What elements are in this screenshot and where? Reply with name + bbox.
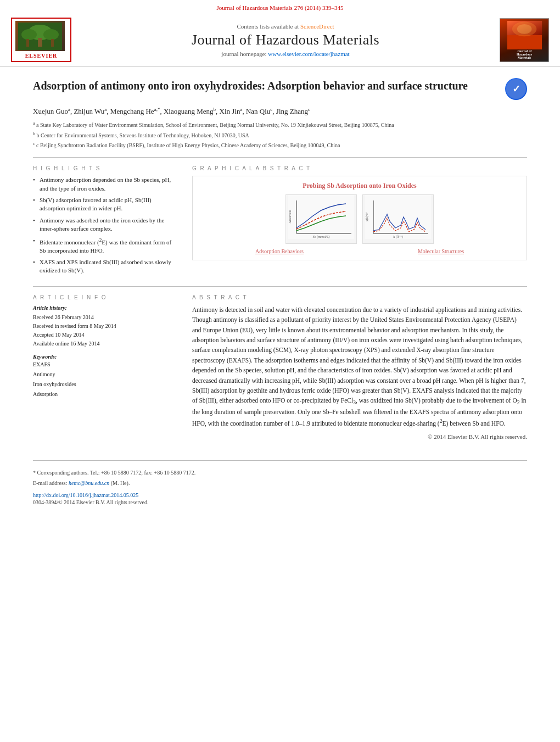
- ga-label-adsorption[interactable]: Adsorption Behaviors: [255, 248, 304, 254]
- author-email[interactable]: hemc@bnu.edu.cn: [69, 480, 109, 486]
- contents-available-text: Contents lists available at ScienceDirec…: [71, 23, 500, 30]
- abstract-text: Antimony is detected in soil and water w…: [192, 305, 527, 442]
- graphical-abstract-heading: G R A P H I C A L A B S T R A C T: [192, 165, 527, 171]
- info-abstract-row: A R T I C L E I N F O Article history: R…: [33, 294, 527, 442]
- highlight-item-2: Sb(V) adsorption favored at acidic pH, S…: [33, 196, 176, 213]
- affiliation-c: c c Beijing Synchrotron Radiation Facili…: [33, 141, 527, 149]
- crossmark-logo[interactable]: ✓: [505, 78, 527, 100]
- top-citation-bar: Journal of Hazardous Materials 276 (2014…: [0, 0, 560, 13]
- svg-rect-6: [51, 39, 54, 47]
- abstract-column: A B S T R A C T Antimony is detected in …: [192, 294, 527, 442]
- graphical-abstract-box: Probing Sb Adsorption onto Iron Oxides: [192, 176, 527, 260]
- highlights-heading: H I G H L I G H T S: [33, 165, 176, 171]
- footer-area: * Corresponding authors. Tel.: +86 10 58…: [33, 460, 527, 511]
- journal-thumb-inner: Journal ofHazardousMaterials: [500, 19, 548, 62]
- ga-labels-row: Adsorption Behaviors Molecular Structure…: [198, 248, 521, 254]
- journal-center-header: Contents lists available at ScienceDirec…: [71, 23, 500, 57]
- authors-line: Xuejun Guoa, Zhijun Wua, Mengchang Hea,*…: [33, 107, 527, 116]
- ga-chart-1: Sb (mmol/L) Adsorbed: [285, 194, 357, 244]
- accepted-date: Accepted 10 May 2014: [33, 331, 176, 339]
- journal-title: Journal of Hazardous Materials: [71, 32, 500, 48]
- affiliation-a: a a State Key Laboratory of Water Enviro…: [33, 120, 527, 129]
- journal-thumbnail: Journal ofHazardousMaterials: [500, 18, 549, 62]
- svg-text:k (Å⁻¹): k (Å⁻¹): [393, 235, 403, 239]
- abstract-paragraph: Antimony is detected in soil and water w…: [192, 305, 527, 429]
- keyword-1: EXAFS: [33, 360, 176, 370]
- adsorption-chart-svg: Sb (mmol/L) Adsorbed: [288, 195, 354, 239]
- received-date: Received 26 February 2014: [33, 313, 176, 322]
- article-info-block: Article history: Received 26 February 20…: [33, 305, 176, 399]
- graphical-abstract-column: G R A P H I C A L A B S T R A C T Probin…: [192, 165, 527, 278]
- svg-rect-5: [26, 39, 29, 47]
- ga-chart-2: k (Å⁻¹) χ(k)·k³: [362, 194, 434, 244]
- available-date: Available online 16 May 2014: [33, 339, 176, 348]
- journal-cover-svg: [501, 21, 548, 49]
- elsevier-tree-svg: [18, 23, 62, 50]
- page-wrapper: Journal of Hazardous Materials 276 (2014…: [0, 0, 560, 511]
- sciencedirect-link[interactable]: ScienceDirect: [300, 23, 334, 30]
- ga-label-molecular[interactable]: Molecular Structures: [418, 248, 464, 254]
- highlights-column: H I G H L I G H T S Antimony adsorption …: [33, 165, 176, 278]
- ga-title: Probing Sb Adsorption onto Iron Oxides: [198, 182, 521, 190]
- svg-rect-2: [38, 38, 42, 47]
- highlight-item-4: Bidentate mononuclear (2E) was the domin…: [33, 237, 176, 255]
- email-note: E-mail address: hemc@bnu.edu.cn (M. He).: [33, 479, 527, 487]
- crossmark-icon: ✓: [505, 78, 527, 100]
- svg-text:✓: ✓: [512, 83, 520, 94]
- highlight-item-5: XAFS and XPS indicated Sb(III) adsorbed …: [33, 258, 176, 275]
- keyword-3: Iron oxyhydroxides: [33, 380, 176, 389]
- abstract-heading: A B S T R A C T: [192, 294, 527, 300]
- elsevier-logo: ELSEVIER: [11, 18, 71, 62]
- journal-header: ELSEVIER Contents lists available at Sci…: [0, 13, 560, 67]
- elsevier-brand-text: ELSEVIER: [15, 53, 67, 59]
- svg-text:Adsorbed: Adsorbed: [288, 211, 292, 224]
- doi-link[interactable]: http://dx.doi.org/10.1016/j.jhazmat.2014…: [33, 492, 138, 498]
- article-title-row: Adsorption of antimony onto iron oxyhydr…: [33, 78, 527, 100]
- keyword-2: Antimony: [33, 370, 176, 380]
- ga-images-row: Sb (mmol/L) Adsorbed: [198, 194, 521, 244]
- article-info-heading: A R T I C L E I N F O: [33, 294, 176, 300]
- affiliations-block: a a State Key Laboratory of Water Enviro…: [33, 120, 527, 149]
- history-label: Article history:: [33, 305, 176, 311]
- elsevier-logo-inner: ELSEVIER: [11, 18, 71, 62]
- divider-1: [33, 157, 527, 158]
- highlight-item-1: Antimony adsorption depended on the Sb s…: [33, 176, 176, 193]
- svg-point-10: [517, 24, 531, 34]
- elsevier-image: [15, 21, 65, 51]
- highlights-list: Antimony adsorption depended on the Sb s…: [33, 176, 176, 275]
- article-area: Adsorption of antimony onto iron oxyhydr…: [0, 67, 560, 460]
- affiliation-b: b b Center for Environmental Systems, St…: [33, 131, 527, 140]
- issn-line: 0304-3894/© 2014 Elsevier B.V. All right…: [33, 499, 527, 505]
- crossmark-svg: ✓: [506, 79, 527, 99]
- svg-point-4: [43, 29, 59, 40]
- corresponding-author-note: * Corresponding authors. Tel.: +86 10 58…: [33, 468, 527, 477]
- top-citation-text: Journal of Hazardous Materials 276 (2014…: [217, 4, 344, 11]
- doi-section: http://dx.doi.org/10.1016/j.jhazmat.2014…: [33, 490, 527, 499]
- article-title: Adsorption of antimony onto iron oxyhydr…: [33, 78, 497, 93]
- highlight-item-3: Antimony was adsorbed onto the iron oxid…: [33, 216, 176, 233]
- journal-homepage-link[interactable]: www.elsevier.com/locate/jhazmat: [268, 51, 349, 57]
- highlights-abstract-row: H I G H L I G H T S Antimony adsorption …: [33, 165, 527, 278]
- keyword-4: Adsorption: [33, 389, 176, 399]
- keywords-section: Keywords: EXAFS Antimony Iron oxyhydroxi…: [33, 354, 176, 399]
- journal-thumb-label: Journal ofHazardousMaterials: [517, 49, 532, 59]
- revised-date: Received in revised form 8 May 2014: [33, 322, 176, 331]
- svg-rect-18: [365, 195, 431, 239]
- svg-text:Sb (mmol/L): Sb (mmol/L): [312, 235, 329, 239]
- divider-2: [33, 286, 527, 287]
- molecular-structure-svg: k (Å⁻¹) χ(k)·k³: [365, 195, 431, 239]
- svg-point-3: [21, 29, 37, 40]
- keywords-label: Keywords:: [33, 354, 176, 360]
- svg-text:χ(k)·k³: χ(k)·k³: [365, 213, 369, 221]
- journal-homepage: journal homepage: www.elsevier.com/locat…: [71, 51, 500, 57]
- abstract-copyright: © 2014 Elsevier B.V. All rights reserved…: [192, 432, 527, 442]
- article-info-column: A R T I C L E I N F O Article history: R…: [33, 294, 176, 442]
